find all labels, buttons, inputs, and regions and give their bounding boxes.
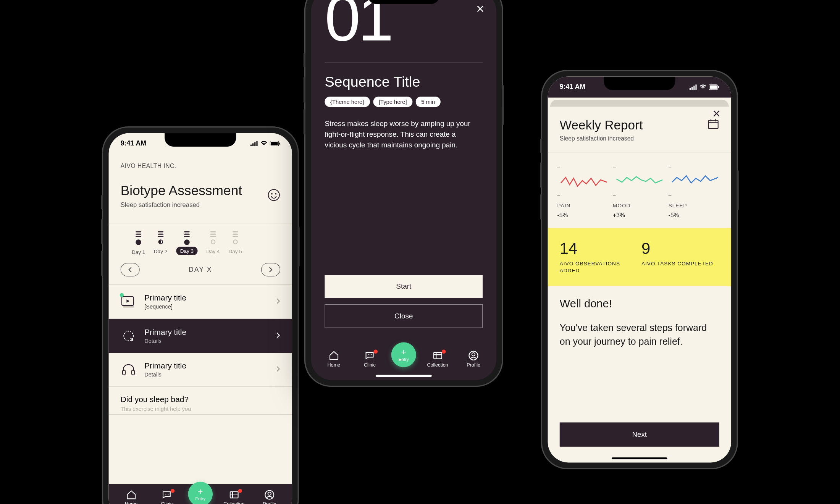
next-day-button[interactable] [261,263,280,276]
smile-icon[interactable] [268,189,280,203]
start-button[interactable]: Start [325,275,483,298]
day-3[interactable]: Day 3 [176,231,197,255]
svg-point-21 [472,352,475,355]
svg-rect-24 [718,86,719,88]
sheet-handle[interactable] [550,100,729,107]
day-2[interactable]: Day 2 [154,231,167,255]
list-item[interactable]: Primary title Details [109,353,292,387]
message-block: Well done! You've taken several steps fo… [548,286,731,422]
tab-profile[interactable]: Profile [255,489,284,504]
plus-icon: + [401,348,406,357]
svg-rect-1 [271,142,278,145]
question-title: Did you sleep bad? [121,395,280,404]
day-progress: Day 1 Day 2 Day 3 Day 4 [109,224,292,255]
calendar-icon[interactable] [708,118,719,131]
company-name: AIVO HEALTH INC. [121,163,280,170]
tab-entry[interactable]: + Entry [188,482,213,504]
page-title: Weekly Report [560,118,643,132]
metric-mood: – – MOOD +3% [613,164,666,218]
page-subtitle: Sleep satisfaction increased [121,201,242,208]
prev-day-button[interactable] [121,263,140,276]
metrics-row: – – PAIN -5% – – MOOD +3% – – S [548,152,731,228]
list-item[interactable]: Primary title Details [109,319,292,352]
chip-type: [Type here] [373,97,412,107]
headphones-icon [121,362,137,378]
notification-dot [238,489,242,493]
chevron-right-icon [276,298,280,306]
row-title: Primary title [144,328,268,337]
svg-point-16 [368,354,369,355]
sequence-description: Stress makes sleep worse by amping up yo… [325,118,477,151]
message-body: You've taken several steps forward on yo… [560,321,719,348]
row-subtitle: Details [144,338,268,344]
plus-icon: + [198,487,203,496]
tab-collection[interactable]: Collection [220,489,248,504]
svg-point-17 [370,354,370,355]
sparkline-sleep [669,173,722,189]
chip-duration: 5 min [416,97,441,107]
list-item[interactable]: Primary title [Sequence] [109,285,292,319]
chevron-right-icon [276,332,280,340]
tab-clinic[interactable]: Clinic [152,489,181,504]
row-title: Primary title [144,362,268,371]
metric-sleep: – – SLEEP -5% [669,164,722,218]
svg-rect-13 [230,491,238,498]
chip-theme: {Theme here} [325,97,370,107]
day-1[interactable]: Day 1 [132,231,145,255]
header: Weekly Report Sleep satisfaction increas… [548,107,731,152]
sequence-number: 01 [325,0,483,50]
status-icons [689,84,719,90]
svg-point-10 [165,493,166,494]
question-card[interactable]: Did you sleep bad? This exercise might h… [109,387,292,415]
tab-home[interactable]: Home [320,350,349,367]
chevron-right-icon [276,365,280,373]
tab-collection[interactable]: Collection [423,350,452,367]
page-title: Biotype Assessment [121,183,242,199]
metric-pain: – – PAIN -5% [557,164,611,218]
task-list: Primary title [Sequence] Primary title D… [109,284,292,415]
current-day-label: DAY X [189,266,212,274]
status-icons [250,141,280,146]
day-nav: DAY X [109,255,292,284]
sequence-title: Sequence Title [325,73,483,90]
svg-point-15 [268,492,271,495]
row-subtitle: [Sequence] [144,304,268,310]
stat-tasks: 9 AIVO TASKS COMPLETED [641,240,719,275]
svg-point-12 [168,493,169,494]
message-heading: Well done! [560,297,719,310]
svg-point-18 [372,354,372,355]
target-icon [121,328,137,344]
tab-bar: Home Clinic + Entry Collection Profile [109,484,292,504]
tab-profile[interactable]: Profile [459,350,488,367]
phone-biotype: 9:41 AM AIVO HEALTH INC. Biotype Assessm… [103,128,298,504]
svg-rect-9 [132,370,134,375]
tab-entry[interactable]: + Entry [391,342,416,367]
svg-rect-19 [434,352,442,359]
row-subtitle: Details [144,372,268,378]
header: AIVO HEALTH INC. Biotype Assessment Slee… [109,154,292,216]
notification-dot [171,489,174,493]
status-time: 9:41 AM [560,83,585,91]
close-icon[interactable] [476,5,484,14]
day-5[interactable]: Day 5 [229,231,242,255]
tab-home[interactable]: Home [117,489,145,504]
notification-dot [374,349,378,354]
sparkline-pain [557,173,611,189]
tab-clinic[interactable]: Clinic [355,350,384,367]
row-title: Primary title [144,294,268,303]
notification-dot [442,349,446,354]
svg-rect-8 [123,370,125,375]
svg-point-5 [275,193,277,194]
svg-point-11 [167,493,168,494]
close-button[interactable]: Close [325,304,483,328]
next-button[interactable]: Next [560,422,719,446]
question-subtitle: This exercise might help you [121,405,280,412]
svg-rect-2 [279,142,280,144]
day-4[interactable]: Day 4 [206,231,220,255]
divider [325,63,483,63]
video-icon [121,294,137,310]
svg-point-3 [268,189,279,200]
page-subtitle: Sleep satisfaction increased [560,135,643,142]
close-icon[interactable] [713,110,720,119]
tag-row: {Theme here} [Type here] 5 min [325,97,483,107]
